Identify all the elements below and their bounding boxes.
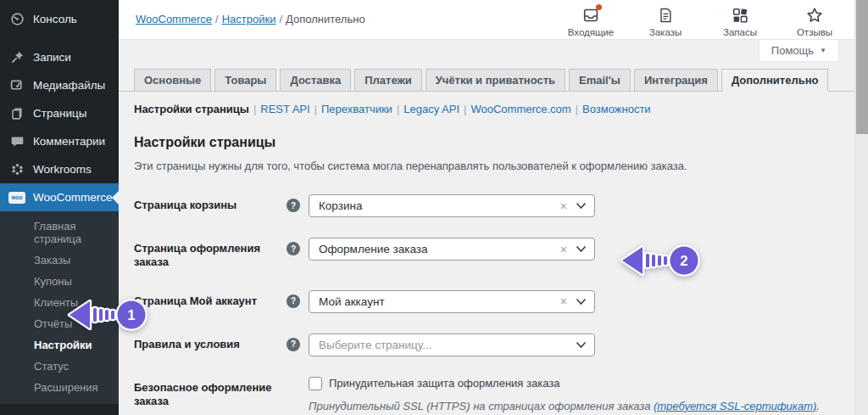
sidebar-item-pages[interactable]: Страницы [0, 99, 119, 127]
select-value: Мой аккаунт [319, 295, 560, 308]
submenu-item-orders[interactable]: Заказы [0, 250, 119, 271]
clear-icon[interactable]: × [560, 295, 567, 307]
chevron-down-icon [576, 202, 587, 210]
terms-page-select[interactable]: Выберите страницу... [309, 334, 595, 356]
checkout-page-select[interactable]: Оформление заказа × [309, 238, 595, 261]
activity-label: Запасы [723, 27, 757, 37]
help-button[interactable]: Помощь ▼ [759, 40, 839, 62]
subnav-rest-api[interactable]: REST API [260, 103, 309, 115]
help-tip-icon[interactable]: ? [287, 199, 300, 212]
wordpress-admin-screen: Консоль Записи Медиафайлы Страницы Комм [0, 0, 868, 415]
submenu-item-reports[interactable]: Отчёты [0, 313, 119, 334]
subnav-features[interactable]: Возможности [582, 103, 651, 115]
vertical-scrollbar[interactable] [854, 0, 868, 415]
sidebar-item-label: Workrooms [33, 163, 92, 176]
submenu-item-extensions[interactable]: Расширения [0, 377, 119, 398]
current-item-arrow [105, 191, 119, 205]
comment-icon [8, 133, 25, 150]
force-secure-checkout-option: Принудительная защита оформления заказа [309, 377, 820, 390]
ssl-certificate-link[interactable]: (требуется SSL-сертификат) [654, 400, 816, 412]
activity-label: Входящие [568, 27, 615, 37]
pushpin-icon [8, 49, 25, 66]
caret-down-icon: ▼ [820, 47, 826, 54]
main-area: WooCommerce/Настройки/Дополнительно Вход… [119, 0, 854, 415]
sidebar-item-dashboard[interactable]: Консоль [0, 5, 119, 33]
ssl-note: Принудительный SSL (HTTPS) на страницах … [309, 400, 820, 412]
clear-icon[interactable]: × [560, 244, 567, 255]
blocks-grid-icon [731, 5, 749, 25]
submenu-item-home[interactable]: Главная страница [0, 216, 119, 250]
clear-icon[interactable]: × [560, 200, 567, 212]
media-icon [8, 77, 25, 94]
subnav-legacy-api[interactable]: Legacy API [403, 103, 459, 115]
breadcrumb-current: Дополнительно [286, 13, 365, 25]
field-label: Страница корзины [134, 194, 287, 212]
sidebar-item-woocommerce[interactable]: woo WooCommerce [0, 183, 119, 211]
scrollbar-thumb[interactable] [856, 0, 868, 134]
sidebar-item-workrooms[interactable]: Workrooms [0, 155, 119, 183]
activity-orders[interactable]: Заказы [641, 5, 690, 37]
subnav-separator: | [397, 103, 399, 115]
page-description: Эти страницы нужны для того, чтобы систе… [134, 160, 854, 172]
tab-integration[interactable]: Интеграция [634, 69, 718, 92]
tab-general[interactable]: Основные [134, 69, 211, 92]
chevron-down-icon [576, 298, 587, 306]
submenu-item-customers[interactable]: Клиенты [0, 292, 119, 313]
cart-page-row: Страница корзины ? Корзина × [134, 194, 854, 217]
sidebar-item-label: WooCommerce [33, 191, 113, 204]
workrooms-icon [8, 161, 25, 178]
help-tip-icon[interactable]: ? [287, 242, 300, 255]
tab-payments[interactable]: Платежи [354, 69, 421, 92]
top-header-bar: WooCommerce/Настройки/Дополнительно Вход… [119, 0, 854, 40]
notification-dot [596, 4, 602, 10]
ssl-note-period: . [816, 400, 820, 412]
settings-tabs: Основные Товары Доставка Платежи Учётки … [119, 69, 854, 92]
force-secure-checkout-checkbox[interactable] [309, 377, 322, 390]
subnav-page-setup[interactable]: Настройки страницы [134, 103, 249, 115]
activity-inbox[interactable]: Входящие [566, 5, 615, 37]
inbox-icon [581, 5, 600, 25]
help-button-label: Помощь [771, 44, 814, 57]
ssl-note-text: Принудительный SSL (HTTPS) на страницах … [309, 400, 654, 412]
sidebar-item-media[interactable]: Медиафайлы [0, 71, 119, 99]
tab-products[interactable]: Товары [214, 69, 276, 92]
submenu-item-status[interactable]: Статус [0, 356, 119, 377]
sidebar-item-posts[interactable]: Записи [0, 43, 119, 71]
field-label: Страница оформления заказа [134, 238, 287, 270]
secure-checkout-row: Безопасное оформление заказа Принудитель… [134, 377, 854, 412]
tab-emails[interactable]: Email'ы [569, 69, 631, 92]
field-label: Страница Мой аккаунт [134, 290, 287, 308]
submenu-item-settings[interactable]: Настройки [0, 334, 119, 356]
terms-page-row: Правила и условия ? Выберите страницу... [134, 334, 854, 356]
breadcrumb-link-settings[interactable]: Настройки [222, 13, 276, 25]
chevron-down-icon [576, 341, 587, 349]
subnav-separator: | [464, 103, 466, 115]
subnav-woocommerce-com[interactable]: WooCommerce.com [470, 103, 570, 115]
breadcrumb: WooCommerce/Настройки/Дополнительно [136, 13, 365, 25]
activity-reviews[interactable]: Отзывы [790, 5, 839, 37]
breadcrumb-separator: / [212, 13, 222, 25]
help-tip-icon[interactable]: ? [287, 294, 300, 308]
my-account-page-select[interactable]: Мой аккаунт × [309, 290, 595, 313]
submenu-item-coupons[interactable]: Купоны [0, 271, 119, 292]
activity-stock[interactable]: Запасы [715, 5, 765, 37]
sidebar-item-label: Записи [33, 51, 71, 64]
sidebar-item-label: Комментарии [33, 135, 105, 148]
woocommerce-submenu: Главная страница Заказы Купоны Клиенты О… [0, 211, 119, 404]
advanced-subnav: Настройки страницы|REST API|Перехватчики… [134, 103, 854, 115]
sidebar-item-comments[interactable]: Комментарии [0, 127, 119, 155]
subnav-webhooks[interactable]: Перехватчики [321, 103, 392, 115]
tab-accounts-privacy[interactable]: Учётки и приватность [426, 69, 565, 92]
woocommerce-icon: woo [8, 189, 25, 206]
subnav-separator: | [576, 103, 578, 115]
activity-panel: Входящие Заказы Запасы [566, 5, 839, 37]
breadcrumb-link-woocommerce[interactable]: WooCommerce [136, 13, 212, 25]
tab-advanced[interactable]: Дополнительно [721, 69, 829, 92]
activity-label: Заказы [649, 27, 682, 37]
help-tip-icon[interactable]: ? [287, 338, 300, 351]
tab-shipping[interactable]: Доставка [280, 69, 351, 92]
sidebar-item-products[interactable]: Товары [0, 407, 119, 415]
sidebar-item-label: Консоль [33, 13, 77, 25]
subnav-separator: | [253, 103, 256, 115]
cart-page-select[interactable]: Корзина × [309, 194, 595, 217]
